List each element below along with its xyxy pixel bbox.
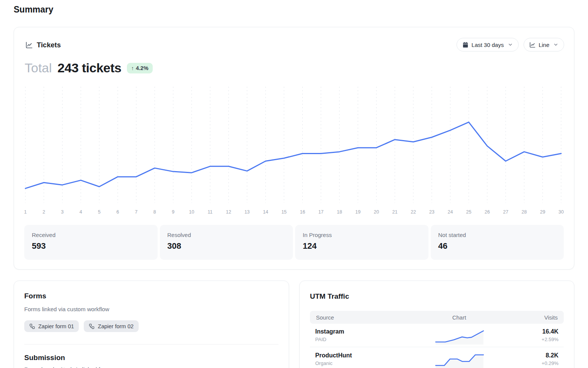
form-tag-zapier-01[interactable]: Zapier form 01 [24,320,79,332]
column-header-source: Source [316,314,402,321]
stat-label: Resolved [167,232,286,238]
visits-change: +2.59% [517,337,558,342]
x-axis-label: 7 [135,209,138,215]
form-tag-label: Zapier form 02 [98,323,133,329]
ticket-stats-row: Received 593 Resolved 308 In Progress 12… [24,225,564,260]
x-axis-label: 30 [558,209,564,215]
chevron-down-icon [508,42,513,47]
x-axis-label: 1 [24,209,27,215]
x-axis-label: 21 [392,209,397,215]
page-title: Summary [14,5,53,15]
stat-value: 124 [303,241,421,251]
x-axis-label: 11 [208,209,213,215]
x-axis-label: 3 [61,209,64,215]
date-range-button[interactable]: Last 30 days [457,38,519,51]
stat-value: 308 [167,241,286,251]
form-tag-zapier-02[interactable]: Zapier form 02 [84,320,138,332]
stat-tile-in-progress: In Progress 124 [295,225,428,260]
x-axis-label: 18 [337,209,342,215]
total-value: 243 tickets [58,61,121,75]
x-axis-label: 8 [153,209,156,215]
forms-card: Forms Forms linked via custom workflow Z… [14,281,289,368]
producthunt-sparkline [435,349,485,368]
utm-traffic-title: UTM Traffic [310,292,564,301]
tickets-series-line [25,122,561,189]
x-axis-label: 15 [281,209,287,215]
source-name: Instagram [315,328,403,335]
trend-value: 4.2% [136,65,148,71]
stat-label: Not started [438,232,557,238]
x-axis-label: 5 [98,209,101,215]
chevron-down-icon [553,42,558,47]
workflow-icon [89,323,95,329]
x-axis-label: 2 [42,209,45,215]
x-axis-label: 10 [189,209,194,215]
form-tag-label: Zapier form 01 [38,323,74,329]
column-header-visits: Visits [516,314,558,321]
date-range-label: Last 30 days [472,42,504,48]
column-header-chart: Chart [402,314,516,321]
table-row-instagram[interactable]: Instagram PAID 16.4K +2.59% [310,324,564,347]
x-axis-label: 28 [522,209,527,215]
stat-value: 593 [32,241,150,251]
stat-label: In Progress [303,232,421,238]
x-axis-label: 24 [447,209,453,215]
visits-change: +0.29% [517,360,558,366]
x-axis-label: 22 [411,209,416,215]
visits-value: 16.4K [517,328,558,335]
x-axis-label: 26 [485,209,490,215]
source-category: Organic [315,360,403,366]
tickets-line-chart: 1234567891011121314151617181920212223242… [25,87,561,217]
x-axis-label: 6 [116,209,119,215]
tickets-card: Tickets Last 30 days Line Total 243 tick… [14,27,574,270]
stat-value: 46 [438,241,557,251]
forms-tags: Zapier form 01 Zapier form 02 [24,320,139,332]
x-axis-label: 12 [226,209,231,215]
calendar-icon [462,42,469,48]
x-axis-label: 16 [300,209,305,215]
stat-tile-received: Received 593 [24,225,158,260]
forms-subtitle: Forms linked via custom workflow [24,306,278,312]
x-axis-label: 13 [244,209,250,215]
submission-title: Submission [24,354,278,362]
workflow-icon [29,323,35,329]
visits-value: 8.2K [517,352,558,359]
stat-tile-not-started: Not started 46 [431,225,564,260]
submission-subtitle: Records submitted via linked forms [24,366,278,368]
sparkline-fill [436,355,483,368]
x-axis-label: 4 [80,209,82,215]
source-category: PAID [315,337,403,342]
trend-up-icon: ↑ [131,65,134,71]
source-name: ProductHunt [315,352,403,359]
chart-type-label: Line [539,42,549,48]
forms-title: Forms [24,292,278,300]
x-axis-label: 19 [355,209,361,215]
total-label: Total [25,61,52,75]
table-row-producthunt[interactable]: ProductHunt Organic 8.2K +0.29% [310,347,564,368]
instagram-sparkline [435,326,485,345]
stat-label: Received [32,232,150,238]
utm-table-header: Source Chart Visits [310,311,564,324]
x-axis-label: 14 [263,209,268,215]
x-axis-label: 20 [374,209,379,215]
x-axis-label: 29 [540,209,545,215]
stat-tile-resolved: Resolved 308 [160,225,293,260]
tickets-card-title: Tickets [37,41,61,49]
chart-line-icon [529,42,536,48]
chart-type-button[interactable]: Line [524,38,564,51]
x-axis-label: 27 [503,209,508,215]
x-axis-label: 9 [172,209,175,215]
tickets-card-header: Tickets [25,41,61,49]
chart-line-icon [25,41,33,49]
divider [24,344,278,345]
x-axis-label: 23 [429,209,435,215]
trend-badge: ↑ 4.2% [127,63,152,73]
x-axis-label: 25 [466,209,471,215]
x-axis-label: 17 [318,209,324,215]
utm-traffic-card: UTM Traffic Source Chart Visits Instagra… [299,281,574,368]
